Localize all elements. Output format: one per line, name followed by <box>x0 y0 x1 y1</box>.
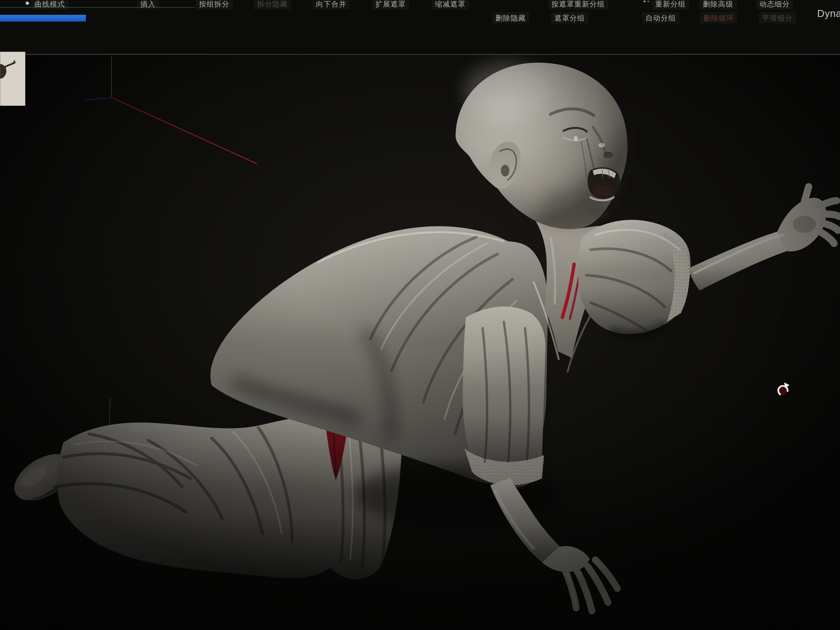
toolbar-button-dynamic-subdiv[interactable]: 动态细分 <box>756 0 793 9</box>
progress-bar <box>0 15 86 22</box>
toolbar-button-delete-hidden[interactable]: 删除隐藏 <box>492 12 529 23</box>
screen: 曲线模式 插入 按组拆分 拆分隐藏 向下合并 扩展遮罩 缩减遮罩 按遮罩重新分组… <box>0 0 840 630</box>
toolbar-button-shrink-mask[interactable]: 缩减遮罩 <box>432 0 469 9</box>
viewport-canvas[interactable] <box>0 0 840 630</box>
thumbnail-silhouette <box>0 52 25 106</box>
right-sleeve <box>578 220 690 335</box>
group-red-dot-icon <box>647 0 649 3</box>
green-hairline <box>0 7 195 8</box>
toolbar-button-delete-advanced[interactable]: 删除高级 <box>699 0 736 9</box>
toolbar-button-split-hidden[interactable]: 拆分隐藏 <box>254 0 291 9</box>
toolbar-button-delete-loops[interactable]: 删除循环 <box>700 12 737 23</box>
toolbar-button-grow-mask[interactable]: 扩展遮罩 <box>372 0 409 9</box>
corner-label: Dyna <box>817 8 840 19</box>
toolbar-button-auto-groups[interactable]: 自动分组 <box>642 12 679 23</box>
tool-thumbnail[interactable] <box>0 52 25 106</box>
crown-highlight <box>464 60 548 122</box>
toolbar-button-groups-split[interactable]: 按组拆分 <box>196 0 233 9</box>
tear-drop <box>574 136 578 141</box>
active-mode-dot-icon <box>26 2 29 5</box>
toolbar-button-merge-down[interactable]: 向下合并 <box>313 0 350 9</box>
toolbar-button-regroup[interactable]: 重新分组 <box>652 0 689 9</box>
toolbar-button-insert[interactable]: 插入 <box>137 0 159 9</box>
toolbar-button-curve-mode[interactable]: 曲线模式 <box>32 0 68 9</box>
top-toolbar: 曲线模式 插入 按组拆分 拆分隐藏 向下合并 扩展遮罩 缩减遮罩 按遮罩重新分组… <box>0 0 840 54</box>
toolbar-button-group-masked[interactable]: 遮罩分组 <box>551 12 588 23</box>
toolbar-button-regroup-by-mask[interactable]: 按遮罩重新分组 <box>548 0 608 9</box>
toolbar-separator-line <box>0 54 840 55</box>
toolbar-button-smooth-subdiv[interactable]: 平滑细分 <box>759 12 796 23</box>
rotate-view-icon[interactable] <box>774 381 792 398</box>
group-green-dot-icon <box>644 0 646 3</box>
